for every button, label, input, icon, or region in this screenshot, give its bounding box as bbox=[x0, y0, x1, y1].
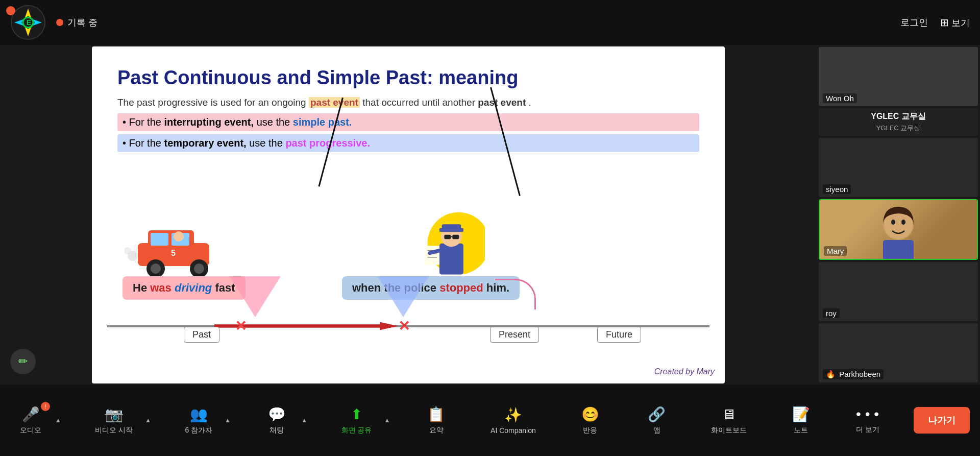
whiteboard-icon: 🖥 bbox=[722, 406, 736, 423]
top-right: 로그인 ⊞ 보기 bbox=[900, 16, 970, 29]
created-by-label: Created by Mary bbox=[654, 367, 715, 376]
svg-text:5: 5 bbox=[171, 249, 176, 257]
leave-button[interactable]: 나가기 bbox=[914, 407, 970, 434]
recording-dot bbox=[56, 19, 63, 26]
ai-label: AI Companion bbox=[491, 426, 536, 435]
participant-tile-mary: Mary bbox=[819, 199, 978, 260]
video-caret[interactable]: ▲ bbox=[145, 417, 151, 424]
ai-icon: ✨ bbox=[504, 406, 522, 423]
participants-group: 👥 6 참가자 ▲ bbox=[177, 401, 231, 440]
svg-rect-28 bbox=[425, 246, 439, 265]
chat-caret[interactable]: ▲ bbox=[301, 417, 307, 424]
participants-caret[interactable]: ▲ bbox=[225, 417, 231, 424]
notes-icon: 📝 bbox=[792, 406, 810, 423]
svg-rect-25 bbox=[444, 234, 451, 238]
whiteboard-button[interactable]: 🖥 화이트보드 bbox=[703, 401, 755, 440]
app-group: 🔗 앱 bbox=[636, 401, 677, 440]
share-group: ⬆ 화면 공유 ▲ bbox=[333, 401, 390, 440]
yglec-sub: YGLEC 교무실 bbox=[824, 124, 973, 133]
audio-icon: 🎤 bbox=[22, 406, 40, 423]
slide-title: Past Continuous and Simple Past: meaning bbox=[117, 67, 699, 89]
whiteboard-group: 🖥 화이트보드 bbox=[703, 401, 755, 440]
view-button[interactable]: ⊞ 보기 bbox=[940, 16, 970, 29]
grid-icon: ⊞ bbox=[940, 17, 949, 28]
bullet-2: • For the temporary event, use the past … bbox=[117, 134, 699, 152]
stopped-text: stopped bbox=[439, 281, 483, 294]
reaction-button[interactable]: 😊 반응 bbox=[570, 401, 610, 440]
summary-button[interactable]: 📋 요약 bbox=[416, 401, 457, 440]
audio-badge: ! bbox=[41, 402, 50, 411]
label-past: Past bbox=[184, 327, 219, 343]
app-label: 앱 bbox=[653, 426, 660, 435]
more-button[interactable]: • • • 더 보기 bbox=[847, 401, 888, 440]
pink-triangle bbox=[230, 276, 281, 317]
more-icon: • • • bbox=[856, 406, 879, 422]
top-bar: E 기록 중 로그인 ⊞ 보기 bbox=[0, 0, 980, 45]
recording-badge: 기록 중 bbox=[56, 16, 97, 29]
app-icon: 🔗 bbox=[648, 406, 666, 423]
participant-tile-siyeon: siyeon bbox=[819, 138, 978, 197]
notes-button[interactable]: 📝 노트 bbox=[780, 401, 821, 440]
participant-name-won-oh: Won Oh bbox=[823, 93, 857, 103]
participants-label: 6 참가자 bbox=[185, 426, 212, 435]
reaction-icon: 😊 bbox=[581, 406, 599, 423]
blue-triangle bbox=[378, 276, 429, 317]
audio-group: 🎤 오디오 ! ▲ bbox=[10, 401, 61, 440]
right-sidebar: Won Oh YGLEC 교무실 YGLEC 교무실 siyeon bbox=[817, 45, 980, 385]
audio-button[interactable]: 🎤 오디오 ! bbox=[10, 401, 51, 440]
past-progressive-text: past progressive. bbox=[285, 137, 370, 149]
slide-title-colon: : meaning bbox=[427, 67, 518, 88]
share-button[interactable]: ⬆ 화면 공유 bbox=[333, 401, 380, 440]
slide-description: The past progressive is used for an ongo… bbox=[117, 97, 699, 108]
video-label: 비디오 시작 bbox=[95, 426, 133, 435]
svg-point-8 bbox=[124, 247, 131, 254]
video-icon: 📷 bbox=[105, 406, 123, 423]
chat-button[interactable]: 💬 채팅 bbox=[256, 401, 297, 440]
app-button[interactable]: 🔗 앱 bbox=[636, 401, 677, 440]
participants-button[interactable]: 👥 6 참가자 bbox=[177, 401, 220, 440]
bullet-1: • For the interrupting event, use the si… bbox=[117, 113, 699, 131]
notes-label: 노트 bbox=[794, 426, 808, 435]
driving-box: He was driving fast bbox=[122, 276, 246, 300]
police-illustration bbox=[408, 210, 485, 286]
interrupting-text: interrupting event, bbox=[164, 116, 254, 128]
police-box: when the police stopped him. bbox=[342, 276, 520, 300]
yglec-title: YGLEC 교무실 bbox=[824, 111, 973, 122]
chat-label: 채팅 bbox=[270, 426, 284, 435]
svg-rect-24 bbox=[439, 228, 463, 232]
participant-tile-won-oh: Won Oh bbox=[819, 47, 978, 106]
summary-label: 요약 bbox=[429, 426, 444, 435]
svg-point-36 bbox=[901, 220, 905, 225]
svg-point-15 bbox=[151, 263, 161, 274]
reaction-group: 😊 반응 bbox=[570, 401, 610, 440]
past-event-highlight-2: past event bbox=[478, 97, 526, 108]
fire-icon: 🔥 bbox=[826, 370, 836, 378]
video-button[interactable]: 📷 비디오 시작 bbox=[87, 401, 141, 440]
login-button[interactable]: 로그인 bbox=[900, 16, 928, 29]
audio-label: 오디오 bbox=[20, 426, 41, 435]
video-group: 📷 비디오 시작 ▲ bbox=[87, 401, 151, 440]
more-label: 더 보기 bbox=[856, 425, 879, 435]
notes-group: 📝 노트 bbox=[780, 401, 821, 440]
svg-point-18 bbox=[174, 231, 184, 242]
yglec-section: YGLEC 교무실 YGLEC 교무실 bbox=[819, 108, 978, 136]
bottom-toolbar: 🎤 오디오 ! ▲ 📷 비디오 시작 ▲ 👥 6 참가자 ▲ 💬 채팅 ▲ bbox=[0, 385, 980, 456]
audio-caret[interactable]: ▲ bbox=[55, 417, 61, 424]
ai-companion-button[interactable]: ✨ AI Companion bbox=[482, 401, 544, 440]
svg-rect-21 bbox=[439, 243, 463, 274]
close-button[interactable] bbox=[6, 6, 15, 15]
svg-text:E: E bbox=[27, 18, 31, 27]
was-text: was bbox=[150, 281, 172, 294]
pen-tool-button[interactable]: ✏ bbox=[10, 349, 36, 374]
label-present: Present bbox=[490, 327, 539, 343]
car-illustration: 5 bbox=[122, 215, 225, 276]
share-icon: ⬆ bbox=[351, 406, 362, 423]
top-left: E 기록 중 bbox=[10, 5, 97, 40]
past-event-highlight-1: past event bbox=[309, 97, 360, 108]
participant-tile-roy: roy bbox=[819, 262, 978, 321]
share-caret[interactable]: ▲ bbox=[384, 417, 390, 424]
svg-rect-37 bbox=[883, 240, 914, 260]
temporary-text: temporary event, bbox=[164, 137, 246, 149]
participant-name-siyeon: siyeon bbox=[823, 184, 851, 194]
x-mark-2: ✕ bbox=[398, 318, 410, 334]
